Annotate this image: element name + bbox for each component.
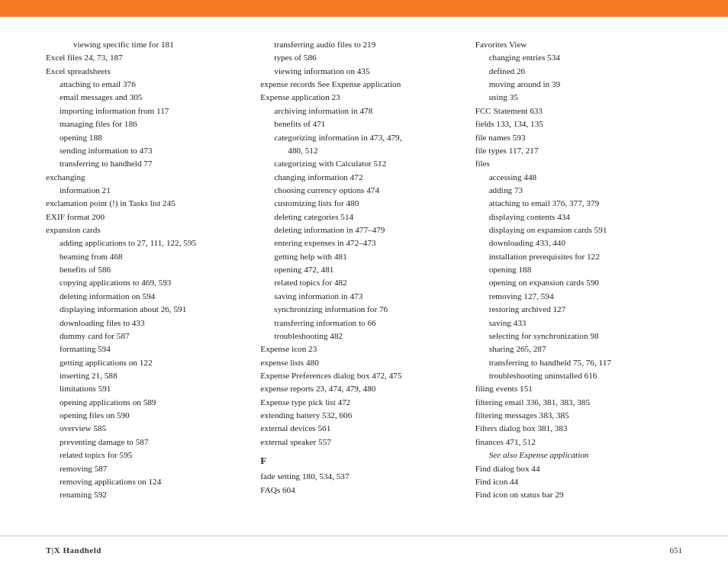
index-entry: troubleshooting 482 — [260, 330, 459, 343]
orange-header-bar — [0, 0, 728, 17]
index-entry: file names 593 — [475, 131, 675, 144]
index-entry: deleting information on 594 — [46, 290, 245, 303]
index-entry: displaying contents 434 — [475, 211, 675, 224]
index-entry: file types 117, 217 — [475, 144, 675, 157]
index-entry: exchanging — [46, 171, 245, 184]
index-entry: installation prerequisites for 122 — [475, 250, 675, 263]
index-entry: deleting categories 514 — [260, 211, 459, 224]
index-entry: Find icon on status bar 29 — [475, 488, 675, 501]
index-entry: EXIF format 200 — [46, 211, 245, 224]
index-entry: external speaker 557 — [260, 436, 459, 449]
index-entry: displaying on expansion cards 591 — [475, 224, 675, 236]
index-entry: accessing 448 — [475, 171, 675, 184]
index-entry: related topics for 595 — [46, 449, 245, 462]
index-entry: choosing currency options 474 — [260, 184, 459, 197]
index-entry: opening files on 590 — [46, 409, 245, 422]
index-entry: using 35 — [475, 91, 675, 104]
index-entry: entering expenses in 472–473 — [260, 236, 459, 249]
index-entry: transferring to handheld 75, 76, 117 — [475, 356, 675, 369]
index-entry: Expense type pick list 472 — [260, 396, 459, 409]
footer: T|X Handheld 651 — [0, 536, 728, 563]
index-entry: dummy card for 587 — [46, 330, 245, 343]
index-entry: types of 586 — [260, 51, 459, 64]
index-entry: extending battery 532, 606 — [260, 409, 459, 422]
index-entry: changing entries 534 — [475, 51, 675, 64]
index-entry: finances 471, 512 — [475, 436, 675, 449]
index-entry: opening applications on 589 — [46, 396, 245, 409]
footer-page: 651 — [670, 545, 683, 555]
index-entry: filtering messages 383, 385 — [475, 409, 675, 422]
index-entry: downloading 433, 440 — [475, 236, 675, 249]
index-entry: changing information 472 — [260, 171, 459, 184]
index-entry: benefits of 586 — [46, 263, 245, 276]
index-entry: renaming 592 — [46, 488, 245, 501]
index-entry: sharing 265, 287 — [475, 343, 675, 355]
index-entry: filtering email 336, 381, 383, 385 — [475, 396, 675, 409]
index-entry: opening 472, 481 — [260, 263, 459, 276]
index-entry: getting help with 481 — [260, 250, 459, 263]
index-entry: information 21 — [46, 184, 245, 197]
index-entry: importing information from 117 — [46, 105, 245, 117]
index-entry: troubleshooting uninstalled 616 — [475, 369, 675, 382]
index-entry: Expense icon 23 — [260, 343, 459, 355]
index-entry: getting applications on 122 — [46, 356, 245, 369]
index-entry: expense records See Expense application — [260, 78, 459, 91]
index-entry: restoring archived 127 — [475, 303, 675, 316]
index-entry: email messages and 305 — [46, 91, 245, 104]
index-entry: selecting for synchronization 98 — [475, 330, 675, 343]
index-entry: adding 73 — [475, 184, 675, 197]
index-entry: fade setting 180, 534, 537 — [260, 470, 459, 483]
index-entry: removing 127, 594 — [475, 290, 675, 303]
index-entry: expansion cards — [46, 224, 245, 236]
index-entry: managing files for 186 — [46, 117, 245, 130]
index-entry: 480, 512 — [260, 144, 459, 157]
index-entry: Excel files 24, 73, 187 — [46, 51, 245, 64]
index-entry: beaming from 468 — [46, 250, 245, 263]
index-entry: deleting information in 477–479 — [260, 224, 459, 236]
index-entry: transferring audio files to 219 — [260, 38, 459, 51]
index-entry: displaying information about 26, 591 — [46, 303, 245, 316]
index-entry: external devices 561 — [260, 422, 459, 435]
index-entry: transferring to handheld 77 — [46, 157, 245, 170]
index-entry: See also Expense application — [475, 449, 675, 462]
index-entry: Expense application 23 — [260, 91, 459, 104]
index-entry: related topics for 482 — [260, 276, 459, 289]
index-entry: removing 587 — [46, 462, 245, 475]
index-entry: Excel spreadsheets — [46, 65, 245, 78]
column-2: transferring audio files to 219types of … — [253, 38, 467, 528]
index-entry: archiving information in 478 — [260, 105, 459, 117]
index-entry: Favorites View — [475, 38, 675, 51]
index-entry: limitations 591 — [46, 382, 245, 395]
index-entry: filing events 151 — [475, 382, 675, 395]
index-entry: opening on expansion cards 590 — [475, 276, 675, 289]
index-entry: adding applications to 27, 111, 122, 595 — [46, 236, 245, 249]
index-entry: FAQs 604 — [260, 484, 459, 497]
index-entry: exclamation point (!) in Tasks list 245 — [46, 197, 245, 210]
column-1: viewing specific time for 181Excel files… — [46, 38, 253, 528]
index-entry: downloading files to 433 — [46, 317, 245, 330]
index-entry: preventing damage to 587 — [46, 436, 245, 449]
index-entry: copying applications to 469, 593 — [46, 276, 245, 289]
column-3: Favorites Viewchanging entries 534define… — [468, 38, 682, 528]
index-entry: expense lists 480 — [260, 356, 459, 369]
index-entry: saving information in 473 — [260, 290, 459, 303]
index-entry: F — [260, 453, 459, 468]
index-entry: attaching to email 376, 377, 379 — [475, 197, 675, 210]
content-area: viewing specific time for 181Excel files… — [0, 31, 728, 536]
index-entry: attaching to email 376 — [46, 78, 245, 91]
index-entry: Filters dialog box 381, 383 — [475, 422, 675, 435]
index-entry: customizing lists for 480 — [260, 197, 459, 210]
index-entry: files — [475, 157, 675, 170]
index-entry: inserting 21, 588 — [46, 369, 245, 382]
index-entry: benefits of 471 — [260, 117, 459, 130]
index-entry: synchronizing information for 76 — [260, 303, 459, 316]
index-entry: categorizing with Calculator 512 — [260, 157, 459, 170]
index-entry: viewing information on 435 — [260, 65, 459, 78]
index-entry: viewing specific time for 181 — [46, 38, 245, 51]
index-entry: fields 133, 134, 135 — [475, 117, 675, 130]
index-entry: formatting 594 — [46, 343, 245, 355]
index-entry: moving around in 39 — [475, 78, 675, 91]
index-entry: opening 188 — [475, 263, 675, 276]
index-entry: removing applications on 124 — [46, 475, 245, 488]
index-entry: Find icon 44 — [475, 475, 675, 488]
